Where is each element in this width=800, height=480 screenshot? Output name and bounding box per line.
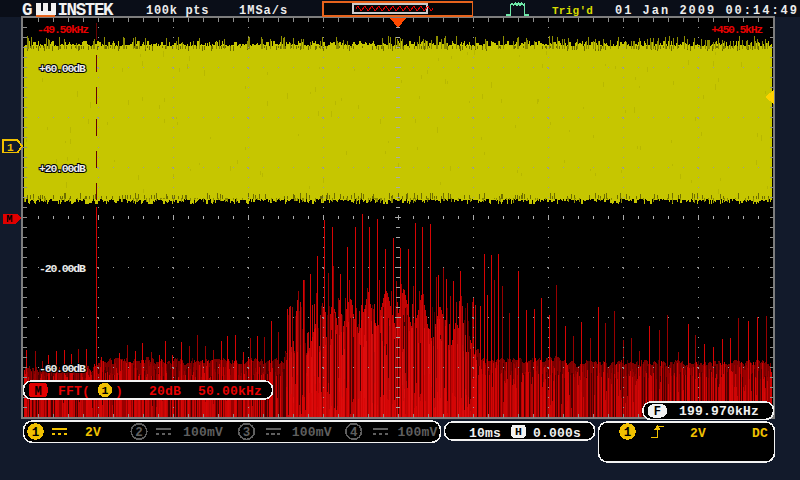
svg-text:2V: 2V [85,425,101,440]
svg-text:INSTEK: INSTEK [58,0,115,20]
svg-text:): ) [115,384,123,399]
svg-text:10ms: 10ms [469,426,501,441]
svg-text:M: M [6,213,12,225]
svg-text:1MSa/s: 1MSa/s [239,4,288,18]
svg-text:1: 1 [32,426,40,440]
svg-text:1: 1 [7,142,14,154]
svg-text:F: F [654,405,661,419]
svg-text:Trig'd: Trig'd [552,5,593,17]
svg-text:DC: DC [752,426,768,441]
svg-text:3: 3 [243,426,251,440]
svg-text:+20.00dB: +20.00dB [39,162,86,175]
svg-text:100mV: 100mV [183,425,223,440]
svg-text:199.970kHz: 199.970kHz [679,404,759,419]
svg-text:-20.00dB: -20.00dB [39,262,86,275]
svg-text:-49.50kHz: -49.50kHz [37,23,89,36]
svg-text:01 Jan 2009 00:14:49: 01 Jan 2009 00:14:49 [615,4,799,18]
svg-text:+60.00dB: +60.00dB [39,62,86,75]
svg-text:H: H [515,425,522,438]
svg-text:4: 4 [350,426,358,440]
svg-text:2V: 2V [690,426,706,441]
svg-text:-60.00dB: -60.00dB [39,362,86,375]
svg-text:0.000s: 0.000s [533,426,581,441]
svg-text:100k pts: 100k pts [146,4,209,18]
svg-text:1: 1 [624,426,632,440]
svg-text:50.00kHz: 50.00kHz [198,384,262,399]
svg-text:FFT(: FFT( [58,384,90,399]
svg-text:2: 2 [135,426,143,440]
svg-text:20dB: 20dB [149,384,181,399]
svg-text:M: M [34,385,41,399]
svg-text:100mV: 100mV [398,425,438,440]
svg-text:1: 1 [102,384,109,397]
svg-text:+450.5kHz: +450.5kHz [711,23,763,36]
svg-text:100mV: 100mV [292,425,332,440]
svg-text:G: G [22,0,33,20]
